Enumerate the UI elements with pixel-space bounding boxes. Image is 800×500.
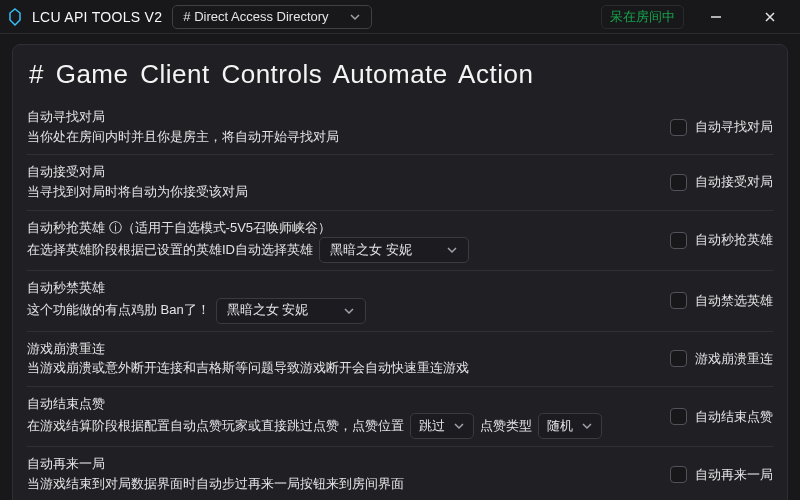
checkbox-auto-accept-match[interactable]: 自动接受对局 — [670, 173, 773, 191]
row-title: 自动寻找对局 — [27, 107, 656, 127]
row-desc: 这个功能做的有点鸡肋 Ban了！ 黑暗之女 安妮 — [27, 298, 656, 324]
chevron-down-icon — [446, 244, 458, 256]
row-title: 游戏崩溃重连 — [27, 339, 656, 359]
chevron-down-icon — [453, 420, 465, 432]
select-honor-position[interactable]: 跳过 — [410, 413, 474, 439]
checkbox-label: 自动秒抢英雄 — [695, 231, 773, 249]
checkbox-auto-honor[interactable]: 自动结束点赞 — [670, 408, 773, 426]
select-value: 随机 — [547, 416, 573, 437]
row-title: 自动再来一局 — [27, 454, 656, 474]
row-desc-text: 这个功能做的有点鸡肋 Ban了！ — [27, 300, 210, 321]
client-status: 呆在房间中 — [601, 5, 684, 29]
select-honor-type[interactable]: 随机 — [538, 413, 602, 439]
checkbox-icon — [670, 292, 687, 309]
close-button[interactable] — [748, 0, 792, 34]
chevron-down-icon — [581, 420, 593, 432]
row-auto-ban-champion: 自动秒禁英雄 这个功能做的有点鸡肋 Ban了！ 黑暗之女 安妮 自动禁选英雄 — [27, 270, 773, 331]
row-desc: 当你处在房间内时并且你是房主，将自动开始寻找对局 — [27, 127, 656, 148]
chevron-down-icon — [343, 305, 355, 317]
nav-directory-value: # Direct Access Directory — [183, 9, 328, 24]
row-auto-accept-match: 自动接受对局 当寻找到对局时将自动为你接受该对局 自动接受对局 — [27, 154, 773, 209]
checkbox-auto-ban-champion[interactable]: 自动禁选英雄 — [670, 292, 773, 310]
row-auto-pick-champion: 自动秒抢英雄 ⓘ（适用于自选模式-5V5召唤师峡谷） 在选择英雄阶段根据已设置的… — [27, 210, 773, 271]
checkbox-icon — [670, 232, 687, 249]
row-auto-play-again: 自动再来一局 当游戏结束到对局数据界面时自动步过再来一局按钮来到房间界面 自动再… — [27, 446, 773, 500]
checkbox-icon — [670, 119, 687, 136]
checkbox-label: 自动禁选英雄 — [695, 292, 773, 310]
row-desc-text: 在选择英雄阶段根据已设置的英雄ID自动选择英雄 — [27, 240, 313, 261]
row-desc: 在选择英雄阶段根据已设置的英雄ID自动选择英雄 黑暗之女 安妮 — [27, 237, 656, 263]
row-title: 自动接受对局 — [27, 162, 656, 182]
row-title: 自动结束点赞 — [27, 394, 656, 414]
row-auto-find-match: 自动寻找对局 当你处在房间内时并且你是房主，将自动开始寻找对局 自动寻找对局 — [27, 100, 773, 154]
row-title: 自动秒禁英雄 — [27, 278, 656, 298]
automate-card: # Game Client Controls Automate Action 自… — [12, 44, 788, 500]
checkbox-icon — [670, 466, 687, 483]
checkbox-label: 自动接受对局 — [695, 173, 773, 191]
checkbox-icon — [670, 408, 687, 425]
row-desc: 当游戏崩溃或意外断开连接和吉格斯等问题导致游戏断开会自动快速重连游戏 — [27, 358, 656, 379]
checkbox-auto-pick-champion[interactable]: 自动秒抢英雄 — [670, 231, 773, 249]
select-value: 黑暗之女 安妮 — [227, 300, 309, 321]
checkbox-auto-play-again[interactable]: 自动再来一局 — [670, 466, 773, 484]
row-desc-text: 在游戏结算阶段根据配置自动点赞玩家或直接跳过点赞，点赞位置 — [27, 416, 404, 437]
automate-heading: # Game Client Controls Automate Action — [27, 53, 773, 100]
minimize-button[interactable] — [694, 0, 738, 34]
titlebar: LCU API TOOLS V2 # Direct Access Directo… — [0, 0, 800, 34]
main-scroll[interactable]: # Game Client Controls Automate Action 自… — [0, 34, 800, 500]
select-value: 跳过 — [419, 416, 445, 437]
row-desc: 在游戏结算阶段根据配置自动点赞玩家或直接跳过点赞，点赞位置 跳过 点赞类型 随机 — [27, 413, 656, 439]
app-logo-icon — [8, 8, 22, 26]
honor-type-label: 点赞类型 — [480, 416, 532, 437]
chevron-down-icon — [349, 11, 361, 23]
app-title: LCU API TOOLS V2 — [32, 9, 162, 25]
row-title: 自动秒抢英雄 ⓘ（适用于自选模式-5V5召唤师峡谷） — [27, 218, 656, 238]
checkbox-label: 游戏崩溃重连 — [695, 350, 773, 368]
checkbox-label: 自动结束点赞 — [695, 408, 773, 426]
row-desc: 当游戏结束到对局数据界面时自动步过再来一局按钮来到房间界面 — [27, 474, 656, 495]
select-pick-champion[interactable]: 黑暗之女 安妮 — [319, 237, 469, 263]
nav-directory-select[interactable]: # Direct Access Directory — [172, 5, 372, 29]
checkbox-auto-find-match[interactable]: 自动寻找对局 — [670, 118, 773, 136]
select-value: 黑暗之女 安妮 — [330, 240, 412, 261]
checkbox-icon — [670, 350, 687, 367]
checkbox-label: 自动寻找对局 — [695, 118, 773, 136]
select-ban-champion[interactable]: 黑暗之女 安妮 — [216, 298, 366, 324]
checkbox-icon — [670, 174, 687, 191]
row-crash-reconnect: 游戏崩溃重连 当游戏崩溃或意外断开连接和吉格斯等问题导致游戏断开会自动快速重连游… — [27, 331, 773, 386]
row-auto-honor: 自动结束点赞 在游戏结算阶段根据配置自动点赞玩家或直接跳过点赞，点赞位置 跳过 … — [27, 386, 773, 447]
checkbox-label: 自动再来一局 — [695, 466, 773, 484]
checkbox-crash-reconnect[interactable]: 游戏崩溃重连 — [670, 350, 773, 368]
row-desc: 当寻找到对局时将自动为你接受该对局 — [27, 182, 656, 203]
